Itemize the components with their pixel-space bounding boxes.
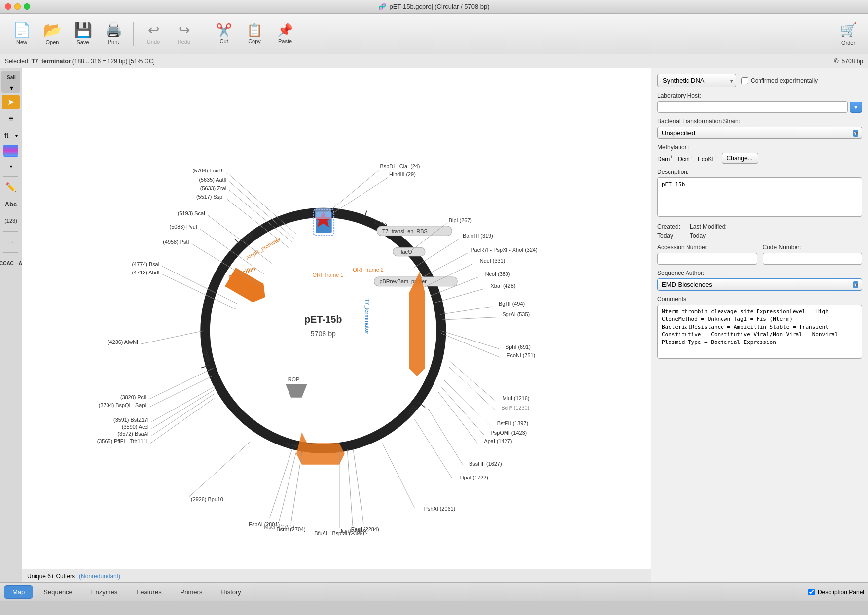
traffic-lights	[5, 3, 30, 10]
tool-color-arrow[interactable]: ▾	[7, 159, 14, 173]
bact-strain-select-wrapper[interactable]: Unspecified ▾	[657, 127, 862, 139]
label-eagI: EagI (2284)	[351, 526, 379, 532]
lab-host-section: Laboratory Host: ▾	[657, 92, 862, 113]
confirmed-checkbox[interactable]	[741, 77, 748, 84]
save-button[interactable]: 💾 Save	[68, 17, 98, 51]
tool-123[interactable]: (123)	[2, 213, 20, 228]
tool-move-arrow[interactable]: ▾	[13, 128, 20, 143]
order-button[interactable]: 🛒 Order	[833, 17, 863, 51]
line-eagI	[353, 449, 363, 523]
last-modified-value: Today	[690, 232, 727, 239]
created-label: Created:	[657, 223, 680, 230]
copyright-icon: ©	[834, 58, 839, 65]
separator-2	[204, 22, 204, 46]
label-pflFI: (3565) PflFI - Tth111I	[97, 438, 148, 444]
cut-button[interactable]: ✂️ Cut	[209, 17, 239, 51]
print-button[interactable]: 🖨️ Print	[99, 17, 128, 51]
label-sspI: (5517) SspI	[196, 194, 224, 200]
left-toolbar: SalI ▾ ➤ ≡ ⇅ ▾ ▾ ✏️ Abc (123) ·-· CCAC→A	[0, 68, 22, 582]
seq-author-select-wrapper[interactable]: EMD Biosciences ▾	[657, 278, 862, 291]
copy-button[interactable]: 📋 Copy	[240, 17, 269, 51]
bact-strain-section: Bacterial Transformation Strain: Unspeci…	[657, 118, 862, 139]
close-button[interactable]	[5, 3, 11, 10]
tool-dotdash[interactable]: ·-·	[2, 235, 20, 249]
comments-textarea[interactable]: Nterm thrombin cleavage site ExpressionL…	[657, 305, 862, 359]
ecoki-sup: +	[714, 154, 717, 160]
bottom-tabs-bar: Map Sequence Enzymes Features Primers Hi…	[0, 582, 868, 601]
label-ecoRI: (5706) EcoRI	[192, 168, 224, 173]
t7-terminator-text: T7_terminator	[364, 299, 370, 335]
save-label: Save	[76, 39, 89, 45]
label-bspDI: BspDI - ClaI (24)	[380, 163, 420, 169]
tool-sarl[interactable]: SalI	[2, 72, 20, 83]
confirmed-checkbox-label[interactable]: Confirmed experimentally	[741, 77, 818, 84]
redo-button[interactable]: ↪ Redo	[169, 17, 199, 51]
line-bspqI	[149, 376, 212, 407]
description-textarea[interactable]	[657, 177, 862, 217]
orf-frame2-label: ORF frame 2	[353, 267, 384, 273]
tool-arrow-right[interactable]: ➤	[2, 95, 20, 109]
accession-input[interactable]	[657, 253, 757, 265]
code-input[interactable]	[763, 253, 863, 265]
label-bclI: BclI* (1230)	[501, 405, 529, 410]
tool-color[interactable]	[3, 145, 18, 157]
numbers-row: Accession Number: Code Number:	[657, 244, 862, 265]
rop-label: ROP	[288, 376, 300, 382]
line-pflFI	[150, 398, 214, 443]
tab-history[interactable]: History	[213, 585, 249, 599]
comments-label: Comments:	[657, 296, 862, 303]
last-modified-label: Last Modified:	[690, 223, 727, 230]
tab-sequence[interactable]: Sequence	[35, 585, 81, 599]
tool-abc[interactable]: Abc	[2, 197, 20, 211]
plasmid-svg: 1000 2000 3000 4000 5000 Ampicillin AmpR…	[22, 68, 651, 582]
seq-author-select[interactable]: EMD Biosciences	[657, 278, 862, 291]
open-label: Open	[46, 39, 59, 45]
bp-count: 5708 bp	[842, 58, 863, 65]
tool-lines[interactable]: ≡	[2, 111, 20, 126]
label-sphI: SphI (691)	[506, 344, 531, 350]
line-bstEII	[444, 380, 491, 426]
description-panel-toggle: Description Panel	[808, 589, 864, 596]
left-separator-1	[3, 176, 18, 177]
description-panel-checkbox[interactable]	[808, 589, 815, 595]
print-icon: 🖨️	[105, 23, 122, 37]
minimize-button[interactable]	[14, 3, 21, 10]
dna-type-select-wrapper[interactable]: Synthetic DNA ▾	[657, 74, 736, 87]
line-pshAI	[382, 443, 414, 508]
line-xbaI	[435, 289, 484, 303]
left-separator-3	[3, 252, 18, 253]
label-scaI: (5193) ScaI	[178, 210, 205, 216]
lab-host-input-row: ▾	[657, 101, 862, 113]
undo-button[interactable]: ↩ Undo	[139, 17, 168, 51]
tab-map[interactable]: Map	[4, 585, 33, 599]
dna-type-select[interactable]: Synthetic DNA	[657, 74, 736, 87]
new-button[interactable]: 📄 New	[7, 17, 36, 51]
tool-cca[interactable]: CCAC→A	[2, 256, 20, 271]
label-apaI: ApaI (1427)	[484, 438, 512, 444]
lab-host-input[interactable]	[657, 101, 848, 113]
label-blpI: BlpI (267)	[449, 217, 472, 223]
label-ahdI: (4713) AhdI	[132, 270, 159, 275]
maximize-button[interactable]	[24, 3, 30, 10]
change-methylation-btn[interactable]: Change...	[722, 153, 758, 164]
tab-features[interactable]: Features	[128, 585, 170, 599]
bact-strain-select[interactable]: Unspecified	[657, 127, 862, 139]
unique-cutters-label: Unique 6+ Cutters	[27, 573, 75, 580]
paste-button[interactable]: 📌 Paste	[270, 17, 300, 51]
range-text: (188 .. 316 = 129 bp)	[72, 58, 128, 65]
tab-enzymes[interactable]: Enzymes	[83, 585, 126, 599]
undo-icon: ↩	[148, 23, 159, 37]
toolbar-group-edit: ✂️ Cut 📋 Copy 📌 Paste	[207, 17, 302, 51]
tool-sarl-arrow[interactable]: ▾	[2, 84, 20, 92]
tool-pencil[interactable]: ✏️	[2, 180, 20, 195]
tab-primers[interactable]: Primers	[172, 585, 211, 599]
selected-label: Selected:	[5, 58, 30, 65]
toolbar: 📄 New 📂 Open 💾 Save 🖨️ Print ↩ Undo ↪ Re…	[0, 14, 868, 54]
tool-move-v[interactable]: ⇅	[2, 128, 12, 143]
lab-host-dropdown-btn[interactable]: ▾	[850, 102, 862, 113]
label-xbaI: XbaI (428)	[491, 283, 516, 289]
order-label: Order	[841, 40, 855, 46]
open-button[interactable]: 📂 Open	[37, 17, 67, 51]
methylation-label: Methylation:	[657, 144, 862, 151]
label-alwNI: (4236) AlwNI	[108, 339, 138, 345]
